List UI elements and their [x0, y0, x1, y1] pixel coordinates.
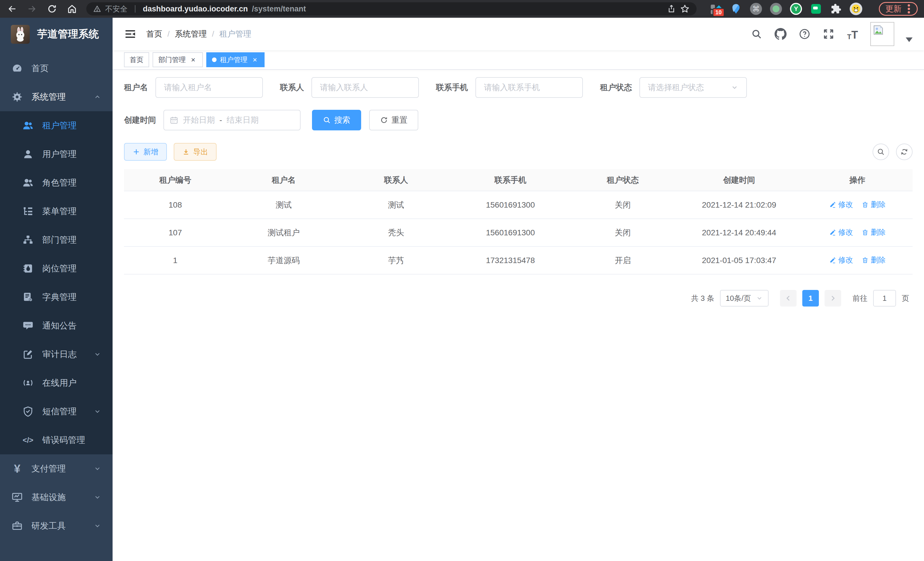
browser-menu-icon[interactable]: [908, 8, 910, 10]
dictionary-icon: [22, 291, 34, 303]
sidebar-item-audit[interactable]: 审计日志: [0, 340, 112, 368]
page-number-1[interactable]: 1: [802, 290, 819, 307]
sidebar-item-dict[interactable]: 字典管理: [0, 283, 112, 311]
tab-home[interactable]: 首页: [124, 52, 149, 67]
tab-dept[interactable]: 部门管理 ×: [153, 52, 203, 67]
column-header: 租户编号: [124, 169, 226, 191]
date-end-placeholder: 结束日期: [226, 115, 259, 126]
reset-button[interactable]: 重置: [369, 110, 418, 130]
status-cell: 关闭: [569, 219, 676, 247]
sidebar-item-sms[interactable]: 短信管理: [0, 397, 112, 426]
address-bar[interactable]: 不安全 dashboard.yudao.iocoder.cn/system/te…: [86, 2, 697, 15]
goto-page-input[interactable]: [873, 290, 896, 307]
sidebar-item-post[interactable]: 岗位管理: [0, 254, 112, 283]
tags-view: 首页 部门管理 × 租户管理 ×: [112, 50, 924, 70]
chevron-down-icon: [756, 295, 763, 302]
avatar-dropdown-caret[interactable]: [906, 38, 913, 42]
extension-icon-5[interactable]: Y: [790, 3, 802, 15]
tenant-name-input[interactable]: [164, 83, 254, 92]
navbar: 首页 / 系统管理 / 租户管理: [112, 18, 924, 50]
extension-icon-1[interactable]: 10: [710, 3, 722, 15]
tenant-name-field: [155, 77, 263, 98]
browser-home-icon[interactable]: [66, 3, 78, 15]
extension-area: 10 ⌘ Y: [710, 3, 862, 15]
sidebar-item-home[interactable]: 首页: [0, 54, 112, 83]
font-size-icon[interactable]: TT: [846, 28, 859, 40]
sidebar-item-dev[interactable]: 研发工具: [0, 511, 112, 540]
people-icon: [22, 119, 34, 132]
sidebar-item-dept[interactable]: 部门管理: [0, 226, 112, 254]
sidebar-item-label: 首页: [32, 63, 102, 74]
prev-page-button[interactable]: [780, 290, 796, 307]
edit-link[interactable]: 修改: [829, 255, 853, 265]
edit-log-icon: [22, 348, 34, 361]
sidebar-item-infra[interactable]: 基础设施: [0, 483, 112, 511]
github-icon[interactable]: [774, 28, 787, 40]
contact-input[interactable]: [320, 83, 410, 92]
extension-icon-4[interactable]: [770, 3, 782, 15]
refresh-table-button[interactable]: [896, 144, 913, 160]
help-icon[interactable]: [798, 28, 811, 40]
page-size-select[interactable]: 10条/页: [720, 290, 769, 307]
breadcrumb-home[interactable]: 首页: [146, 29, 162, 39]
sidebar: 芋道管理系统 首页: [0, 18, 112, 561]
sidebar-collapse-icon[interactable]: [124, 28, 136, 40]
browser-toolbar: 不安全 dashboard.yudao.iocoder.cn/system/te…: [0, 0, 924, 18]
delete-link[interactable]: 删除: [862, 200, 886, 210]
mobile-label: 联系手机: [436, 82, 468, 93]
fullscreen-icon[interactable]: [822, 28, 835, 40]
extension-icon-2[interactable]: [730, 3, 742, 15]
sidebar-item-label: 通知公告: [42, 320, 102, 332]
browser-forward-icon[interactable]: [26, 3, 38, 15]
logo-row[interactable]: 芋道管理系统: [0, 18, 112, 51]
sidebar-item-role[interactable]: 角色管理: [0, 168, 112, 197]
badge-icon: [22, 262, 34, 275]
mobile-input[interactable]: [484, 83, 574, 92]
status-select[interactable]: 请选择租户状态: [639, 77, 747, 98]
sidebar-item-label: 租户管理: [42, 120, 102, 132]
extension-icon-3[interactable]: ⌘: [750, 3, 762, 15]
user-avatar[interactable]: [870, 22, 894, 46]
header-search-icon[interactable]: [750, 28, 763, 40]
sidebar-item-label: 菜单管理: [42, 206, 102, 217]
date-range-picker[interactable]: 开始日期 - 结束日期: [164, 110, 301, 130]
chevron-down-icon: [93, 464, 102, 473]
edit-link[interactable]: 修改: [829, 200, 853, 210]
sidebar-item-tenant[interactable]: 租户管理: [0, 111, 112, 140]
hide-search-button[interactable]: [873, 144, 889, 160]
security-warning-icon[interactable]: [93, 5, 101, 13]
address-divider: [135, 5, 135, 13]
extension-icon-6[interactable]: [810, 3, 822, 15]
sidebar-item-errcode[interactable]: </> 错误码管理: [0, 426, 112, 454]
tab-tenant[interactable]: 租户管理 ×: [206, 52, 265, 67]
breadcrumb: 首页 / 系统管理 / 租户管理: [146, 29, 251, 39]
edit-link[interactable]: 修改: [829, 227, 853, 237]
sidebar-item-pay[interactable]: ¥ 支付管理: [0, 454, 112, 483]
add-button[interactable]: 新增: [124, 143, 167, 161]
bookmark-star-icon[interactable]: [680, 4, 690, 14]
next-page-button[interactable]: [825, 290, 841, 307]
export-button[interactable]: 导出: [174, 143, 217, 161]
share-icon[interactable]: [667, 4, 676, 14]
sidebar-item-label: 审计日志: [42, 349, 93, 360]
profile-avatar-icon[interactable]: [850, 3, 862, 15]
delete-link[interactable]: 删除: [862, 227, 886, 237]
sidebar-item-online[interactable]: 在线用户: [0, 368, 112, 397]
close-icon[interactable]: ×: [189, 56, 197, 64]
update-button[interactable]: 更新: [879, 2, 918, 16]
sidebar-item-user[interactable]: 用户管理: [0, 140, 112, 168]
calendar-icon: [170, 116, 178, 124]
sidebar-item-notice[interactable]: 通知公告: [0, 311, 112, 340]
sidebar-item-menu[interactable]: 菜单管理: [0, 197, 112, 226]
browser-reload-icon[interactable]: [46, 3, 58, 15]
refresh-icon: [380, 116, 388, 124]
close-icon[interactable]: ×: [251, 56, 259, 64]
search-button[interactable]: 搜索: [312, 110, 361, 130]
sidebar-item-system[interactable]: 系统管理: [0, 83, 112, 111]
tenant-table: 租户编号 租户名 联系人 联系手机 租户状态 创建时间 操作 108 测试: [124, 169, 913, 274]
extensions-puzzle-icon[interactable]: [830, 3, 842, 15]
delete-link[interactable]: 删除: [862, 255, 886, 265]
date-start-placeholder: 开始日期: [183, 115, 215, 126]
breadcrumb-system[interactable]: 系统管理: [175, 29, 207, 39]
browser-back-icon[interactable]: [6, 3, 18, 15]
